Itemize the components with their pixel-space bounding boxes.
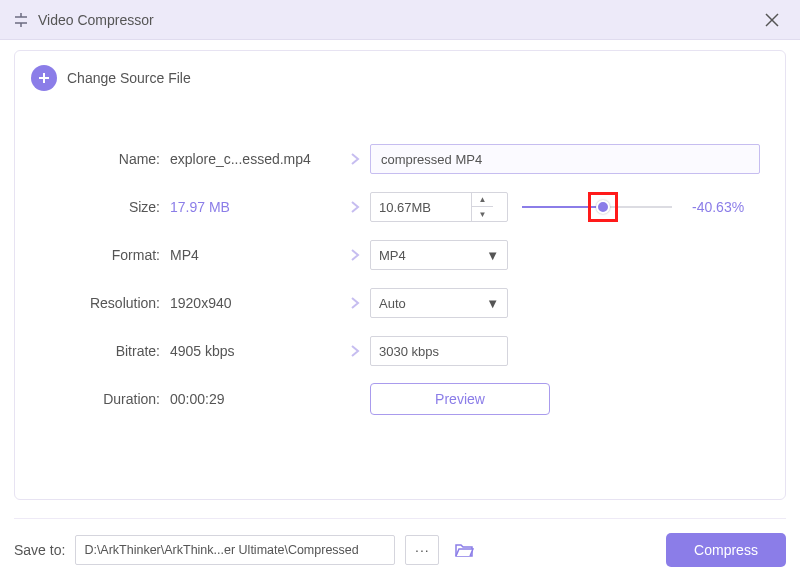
row-format: Format: MP4 MP4 ▼ (35, 231, 765, 279)
row-name: Name: explore_c...essed.mp4 (35, 135, 765, 183)
chevron-right-icon (340, 200, 370, 214)
size-step-down[interactable]: ▼ (472, 207, 493, 221)
preview-button[interactable]: Preview (370, 383, 550, 415)
window-title: Video Compressor (38, 12, 756, 28)
open-folder-button[interactable] (449, 535, 479, 565)
format-select[interactable]: MP4 ▼ (370, 240, 508, 270)
caret-down-icon: ▼ (486, 296, 499, 311)
row-resolution: Resolution: 1920x940 Auto ▼ (35, 279, 765, 327)
row-bitrate: Bitrate: 4905 kbps (35, 327, 765, 375)
bitrate-input[interactable] (370, 336, 508, 366)
browse-button[interactable]: ··· (405, 535, 439, 565)
chevron-right-icon (340, 152, 370, 166)
main-panel: Change Source File Name: explore_c...ess… (14, 50, 786, 500)
save-to-label: Save to: (14, 542, 65, 558)
label-size: Size: (35, 199, 170, 215)
add-file-button[interactable] (31, 65, 57, 91)
value-bitrate: 4905 kbps (170, 343, 340, 359)
row-size: Size: 17.97 MB ▲ ▼ (35, 183, 765, 231)
size-slider[interactable] (522, 197, 672, 217)
close-button[interactable] (756, 4, 788, 36)
change-source-label: Change Source File (67, 70, 191, 86)
label-duration: Duration: (35, 391, 170, 407)
footer: Save to: ··· Compress (14, 518, 786, 566)
value-size: 17.97 MB (170, 199, 340, 215)
row-duration: Duration: 00:00:29 Preview (35, 375, 765, 423)
resolution-select-value: Auto (379, 296, 406, 311)
compression-percent: -40.63% (692, 199, 762, 215)
resolution-select[interactable]: Auto ▼ (370, 288, 508, 318)
size-slider-wrap: -40.63% (522, 197, 765, 217)
caret-down-icon: ▼ (486, 248, 499, 263)
titlebar: Video Compressor (0, 0, 800, 40)
size-spinner[interactable]: ▲ ▼ (370, 192, 508, 222)
name-input[interactable] (370, 144, 760, 174)
format-select-value: MP4 (379, 248, 406, 263)
size-step-up[interactable]: ▲ (472, 193, 493, 207)
chevron-right-icon (340, 296, 370, 310)
app-window: Video Compressor Change Source File Name… (0, 0, 800, 584)
app-icon (12, 11, 30, 29)
label-format: Format: (35, 247, 170, 263)
value-format: MP4 (170, 247, 340, 263)
chevron-right-icon (340, 248, 370, 262)
chevron-right-icon (340, 344, 370, 358)
slider-thumb[interactable] (596, 200, 610, 214)
value-resolution: 1920x940 (170, 295, 340, 311)
change-source-row: Change Source File (15, 51, 785, 105)
compress-button[interactable]: Compress (666, 533, 786, 567)
form: Name: explore_c...essed.mp4 Size: 17.97 … (15, 105, 785, 423)
label-name: Name: (35, 151, 170, 167)
value-name: explore_c...essed.mp4 (170, 151, 340, 167)
save-path-input[interactable] (75, 535, 395, 565)
size-input[interactable] (371, 200, 471, 215)
label-bitrate: Bitrate: (35, 343, 170, 359)
value-duration: 00:00:29 (170, 391, 340, 407)
label-resolution: Resolution: (35, 295, 170, 311)
